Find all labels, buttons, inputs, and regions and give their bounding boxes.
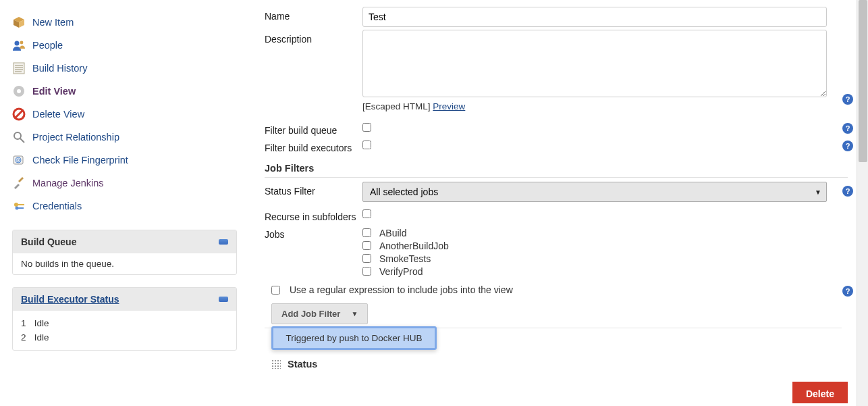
job-checkbox[interactable] [362,228,371,237]
executor-status-title[interactable]: Build Executor Status [21,294,119,305]
sidebar-item-manage-jenkins[interactable]: Manage Jenkins [12,172,239,195]
add-job-filter-button[interactable]: Add Job Filter ▼ [271,303,368,324]
name-label: Name [265,7,362,22]
box-icon [12,16,26,29]
sidebar: New Item People Build History Edit View [0,0,251,406]
recurse-checkbox[interactable] [362,209,371,218]
help-icon[interactable]: ? [842,186,853,197]
tools-icon [12,176,26,190]
svg-point-1 [20,41,24,45]
status-label: Status [288,359,317,370]
filter-executors-label: Filter build executors [265,138,362,153]
dropdown-item-docker-hub-push[interactable]: Triggered by push to Docker HUB [273,328,435,349]
job-name: ABuild [379,228,406,238]
build-queue-title: Build Queue [21,236,76,247]
status-filter-label: Status Filter [265,182,362,197]
add-job-filter-dropdown: Triggered by push to Docker HUB [271,326,437,350]
collapse-icon[interactable] [219,239,228,245]
escaped-html-hint: [Escaped HTML] [362,101,431,111]
history-icon [12,61,26,75]
description-label: Description [265,30,362,45]
help-icon[interactable]: ? [842,141,853,151]
filter-queue-label: Filter build queue [265,121,362,136]
no-entry-icon [12,107,26,121]
executor-status-panel: Build Executor Status 1 Idle 2 Idle [12,287,237,351]
regex-label: Use a regular expression to include jobs… [290,284,513,295]
sidebar-item-people[interactable]: People [12,34,239,57]
job-name: SmokeTests [379,253,431,264]
chevron-down-icon: ▼ [351,310,358,318]
filter-queue-checkbox[interactable] [362,123,371,132]
help-icon[interactable]: ? [842,123,853,134]
regex-checkbox[interactable] [271,286,280,295]
name-input[interactable] [362,7,827,27]
preview-link[interactable]: Preview [433,101,465,111]
drag-handle-icon[interactable] [271,359,281,369]
description-input[interactable] [362,30,827,97]
main-form: Name Description [Escaped HTML] Preview … [251,0,868,406]
svg-line-8 [20,138,24,143]
delete-button[interactable]: Delete [792,382,848,403]
build-queue-empty: No builds in the queue. [13,253,236,274]
help-icon[interactable]: ? [842,286,853,297]
svg-rect-15 [18,207,24,209]
svg-rect-2 [13,63,24,74]
sidebar-item-credentials[interactable]: Credentials [12,195,239,218]
keys-icon [12,199,26,213]
svg-point-0 [15,41,20,46]
collapse-icon[interactable] [219,297,228,302]
svg-rect-13 [18,204,24,205]
search-icon [12,130,26,144]
job-checkbox[interactable] [362,267,371,276]
job-name: AnotherBuildJob [379,240,449,251]
executor-row: 1 Idle [21,316,228,330]
job-checkbox[interactable] [362,254,371,263]
help-icon[interactable]: ? [842,94,853,105]
fingerprint-icon [12,153,26,167]
sidebar-item-edit-view[interactable]: Edit View [12,80,239,103]
svg-line-6 [15,110,23,118]
job-checkbox[interactable] [362,241,371,250]
svg-point-14 [16,207,19,210]
gear-icon [12,84,26,98]
filter-executors-checkbox[interactable] [362,141,371,149]
sidebar-item-delete-view[interactable]: Delete View [12,103,239,126]
job-name: VerifyProd [379,266,423,277]
sidebar-item-check-fingerprint[interactable]: Check File Fingerprint [12,149,239,172]
sidebar-item-new-item[interactable]: New Item [12,11,239,34]
status-filter-select[interactable]: All selected jobs [362,182,827,202]
recurse-label: Recurse in subfolders [265,207,362,222]
svg-point-4 [17,89,21,93]
scrollbar[interactable] [857,0,868,406]
executor-row: 2 Idle [21,330,228,345]
sidebar-item-build-history[interactable]: Build History [12,57,239,80]
job-filters-title: Job Filters [265,156,848,178]
jobs-label: Jobs [265,225,362,240]
build-queue-panel: Build Queue No builds in the queue. [12,230,237,275]
svg-point-7 [14,132,21,139]
scrollbar-thumb[interactable] [859,0,867,162]
people-icon [12,39,26,52]
sidebar-item-project-relationship[interactable]: Project Relationship [12,126,239,149]
